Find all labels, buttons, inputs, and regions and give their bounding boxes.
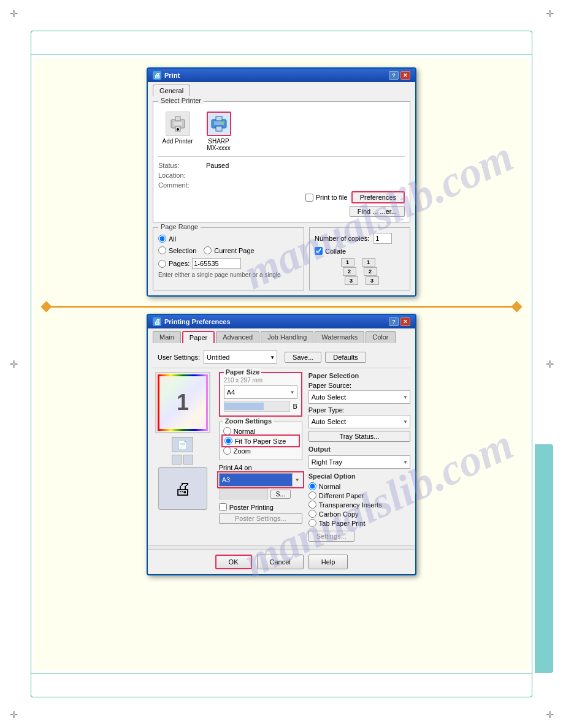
- special-carbon-copy[interactable]: Carbon Copy: [308, 510, 410, 518]
- page-range-label: Page Range: [158, 223, 201, 230]
- svg-point-10: [222, 121, 224, 124]
- preferences-button[interactable]: Preferences: [351, 191, 405, 203]
- add-printer-item[interactable]: Add Printer: [161, 112, 194, 151]
- sharp-printer-item[interactable]: SHARPMX-xxxx: [202, 112, 236, 151]
- tab-paper[interactable]: Paper: [182, 331, 215, 343]
- print-to-file-checkbox[interactable]: [305, 194, 313, 202]
- poster-settings-button[interactable]: Poster Settings...: [219, 513, 302, 524]
- select-printer-section: Select Printer: [153, 101, 410, 222]
- content-area: 🖨 Print ? ✕ General Select Printer: [34, 58, 529, 670]
- paper-source-select[interactable]: Auto Select: [308, 390, 410, 404]
- corner-mark-mr: ✛: [543, 358, 556, 370]
- print-on-select[interactable]: A3 A4: [219, 473, 293, 487]
- header-bar: [31, 31, 532, 55]
- page-range-section: Page Range All Selection Current Page: [153, 227, 304, 290]
- special-diff-paper[interactable]: Different Paper: [308, 491, 410, 499]
- output-select[interactable]: Right Tray: [308, 455, 410, 469]
- print-dialog: 🖨 Print ? ✕ General Select Printer: [147, 67, 416, 297]
- tab-general[interactable]: General: [153, 85, 190, 96]
- pref-tabs: Main Paper Advanced Job Handling Waterma…: [148, 328, 415, 343]
- print-on-select-wrap[interactable]: A3 A4: [219, 473, 302, 487]
- paper-type-select[interactable]: Auto Select: [308, 415, 410, 428]
- print-dialog-titlebar: 🖨 Print ? ✕: [148, 69, 415, 82]
- zoom-label: Zoom Settings: [223, 417, 274, 425]
- tab-job-handling[interactable]: Job Handling: [261, 331, 313, 343]
- special-diff-paper-radio[interactable]: [308, 491, 316, 499]
- settings-button[interactable]: Settings...: [308, 531, 354, 542]
- special-normal-label: Normal: [319, 483, 340, 490]
- radio-current-page[interactable]: [204, 246, 212, 254]
- scale-s-button[interactable]: S...: [270, 490, 291, 499]
- corner-mark-ml: ✛: [7, 358, 20, 370]
- tab-advanced[interactable]: Advanced: [216, 331, 259, 343]
- collate-checkbox[interactable]: [315, 247, 323, 255]
- defaults-button[interactable]: Defaults: [325, 352, 366, 363]
- special-tab-paper[interactable]: Tab Paper Print: [308, 519, 410, 527]
- radio-selection[interactable]: [158, 246, 166, 254]
- radio-current-page-row: Current Page: [204, 246, 254, 254]
- radio-selection-row: Selection: [158, 246, 196, 254]
- paper-source-label: Paper Source:: [308, 382, 410, 389]
- zoom-fit-radio[interactable]: [224, 437, 232, 445]
- collate-row[interactable]: Collate: [315, 247, 405, 255]
- special-tab-paper-label: Tab Paper Print: [319, 520, 366, 527]
- zoom-normal-radio[interactable]: [223, 427, 231, 435]
- copies-input[interactable]: [373, 233, 392, 244]
- tab-color[interactable]: Color: [366, 331, 395, 343]
- poster-checkbox[interactable]: [219, 503, 227, 511]
- zoom-zoom-label: Zoom: [234, 447, 251, 455]
- paper-source-wrap[interactable]: Auto Select: [308, 390, 410, 404]
- special-tab-paper-radio[interactable]: [308, 519, 316, 527]
- user-settings-row: User Settings: Untitled ▼ Save... Defaul…: [153, 347, 410, 368]
- page-preview: 1: [155, 372, 210, 433]
- zoom-zoom-option[interactable]: Zoom: [223, 447, 298, 455]
- help-button[interactable]: ?: [389, 71, 399, 80]
- radio-pages[interactable]: [158, 260, 166, 268]
- tab-main[interactable]: Main: [153, 331, 181, 343]
- pages-input[interactable]: 1-65535: [192, 258, 241, 269]
- output-wrap[interactable]: Right Tray: [308, 455, 410, 469]
- paper-size-section: Paper Size 210 x 297 mm A4 A3 Letter: [219, 372, 302, 417]
- print-dialog-title: 🖨 Print: [153, 71, 180, 80]
- divider-line: [46, 306, 517, 308]
- paper-size-select-wrap[interactable]: A4 A3 Letter: [224, 385, 297, 399]
- footer-bar: [31, 673, 532, 697]
- radio-all-row: All: [158, 235, 299, 243]
- svg-rect-1: [174, 122, 182, 126]
- pref-help-btn[interactable]: Help: [308, 555, 348, 569]
- paper-size-hint: 210 x 297 mm: [224, 377, 297, 384]
- zoom-fit-option[interactable]: Fit To Paper Size: [223, 436, 298, 446]
- printing-preferences-dialog: 🖨 Printing Preferences ? ✕ Main Paper Ad…: [147, 314, 416, 575]
- poster-row: Poster Printing: [219, 503, 302, 511]
- printer-device-icons: 📄 🖨: [158, 437, 207, 510]
- tray-status-button[interactable]: Tray Status...: [308, 431, 410, 442]
- radio-all[interactable]: [158, 235, 166, 243]
- print-to-file-row[interactable]: Print to file: [305, 194, 348, 202]
- ok-button[interactable]: OK: [215, 555, 252, 569]
- find-printer-button[interactable]: Find ... ...er...: [350, 206, 405, 217]
- zoom-zoom-radio[interactable]: [223, 447, 231, 455]
- pref-body: User Settings: Untitled ▼ Save... Defaul…: [148, 343, 415, 545]
- special-normal[interactable]: Normal: [308, 482, 410, 490]
- user-settings-select[interactable]: Untitled ▼: [204, 351, 277, 364]
- special-normal-radio[interactable]: [308, 482, 316, 490]
- cancel-button[interactable]: Cancel: [257, 555, 304, 569]
- zoom-fit-label: Fit To Paper Size: [235, 438, 286, 445]
- paper-type-wrap[interactable]: Auto Select: [308, 415, 410, 428]
- save-button[interactable]: Save...: [285, 352, 321, 363]
- right-teal-bar: [535, 444, 553, 673]
- add-printer-label: Add Printer: [162, 138, 193, 145]
- pref-preview-col: 1 📄 🖨: [153, 372, 213, 542]
- zoom-normal-option[interactable]: Normal: [223, 427, 298, 435]
- paper-size-section-label: Paper Size: [224, 368, 262, 376]
- pref-close-button[interactable]: ✕: [400, 317, 410, 326]
- special-transparency[interactable]: Transparency Inserts: [308, 501, 410, 509]
- pref-help-button[interactable]: ?: [389, 317, 399, 326]
- sharp-printer-label: SHARPMX-xxxx: [207, 138, 230, 151]
- paper-size-select[interactable]: A4 A3 Letter: [224, 385, 297, 399]
- tab-watermarks[interactable]: Watermarks: [315, 331, 364, 343]
- radio-pages-row: Pages: 1-65535: [158, 258, 299, 269]
- special-transparency-radio[interactable]: [308, 501, 316, 509]
- close-button[interactable]: ✕: [400, 71, 410, 80]
- special-carbon-copy-radio[interactable]: [308, 510, 316, 518]
